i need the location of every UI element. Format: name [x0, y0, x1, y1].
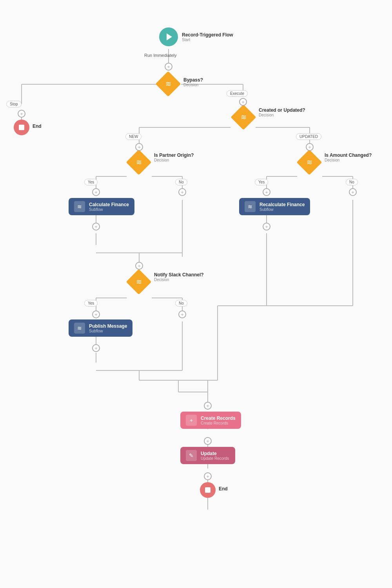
is-amount-diamond: ≋	[298, 151, 321, 174]
plus-btn-merge[interactable]: +	[204, 402, 212, 410]
end1-stop-sq	[19, 125, 24, 130]
bypass-diamond-icon: ≋	[165, 80, 171, 88]
calculate-finance-node[interactable]: ≋ Calculate Finance Subflow	[69, 198, 134, 215]
plus-btn-no3[interactable]: +	[178, 310, 186, 318]
plus-btn-execute[interactable]: +	[239, 98, 247, 106]
notify-slack-icon: ≋	[136, 278, 142, 286]
created-updated-label: Created or Updated?	[259, 107, 305, 113]
plus-btn-updated[interactable]: +	[306, 143, 314, 151]
stop-label: Stop	[6, 101, 22, 107]
update-records-node[interactable]: ✎ Update Update Records	[180, 447, 235, 464]
start-node[interactable]: Record-Triggered Flow Start	[159, 27, 178, 46]
notify-slack-node[interactable]: ≋ Notify Slack Channel? Decision	[127, 270, 150, 293]
is-partner-sublabel: Decision	[154, 158, 194, 162]
start-label: Record-Triggered Flow	[182, 32, 233, 38]
updated-label: UPDATED	[296, 133, 321, 140]
plus-btn-yes1[interactable]: +	[92, 188, 100, 196]
calculate-finance-card: ≋ Calculate Finance Subflow	[69, 198, 134, 215]
notify-yes-label: Yes	[84, 300, 98, 307]
connectors-svg	[0, 0, 392, 588]
end1-node: End	[14, 120, 29, 135]
plus-btn-no1[interactable]: +	[178, 188, 186, 196]
notify-slack-diamond: ≋	[127, 270, 150, 293]
create-records-icon: +	[186, 415, 197, 426]
plus-btn-create-update[interactable]: +	[204, 437, 212, 445]
is-partner-icon: ≋	[136, 158, 142, 167]
notify-slack-label: Notify Slack Channel?	[154, 272, 204, 278]
is-partner-diamond: ≋	[127, 151, 150, 174]
execute-label: Execute	[227, 90, 248, 97]
is-amount-label: Is Amount Changed?	[325, 152, 372, 158]
is-amount-sublabel: Decision	[325, 158, 372, 162]
update-records-text: Update Update Records	[201, 451, 229, 461]
notify-no-label: No	[175, 300, 187, 307]
recalculate-finance-icon: ≋	[245, 201, 256, 212]
end2-node: End	[200, 482, 216, 498]
publish-message-card: ≋ Publish Message Subflow	[69, 319, 132, 337]
recalculate-finance-card: ≋ Recalculate Finance Subflow	[239, 198, 310, 215]
bypass-node[interactable]: ≋ Bypass? Decision	[157, 73, 180, 95]
amount-yes-label: Yes	[255, 179, 268, 185]
is-amount-node[interactable]: ≋ Is Amount Changed? Decision	[298, 151, 321, 174]
plus-btn-no2[interactable]: +	[349, 188, 357, 196]
create-records-card: + Create Records Create Records	[180, 412, 241, 429]
bypass-diamond: ≋	[157, 73, 180, 95]
plus-btn-update-end[interactable]: +	[204, 472, 212, 480]
plus-btn-yes3[interactable]: +	[92, 310, 100, 318]
create-records-text: Create Records Create Records	[201, 416, 236, 425]
end2-circle	[200, 482, 216, 498]
plus-btn-yes2[interactable]: +	[263, 188, 270, 196]
plus-btn-publish-down[interactable]: +	[92, 344, 100, 352]
flow-canvas: Record-Triggered Flow Start Run Immediat…	[0, 0, 392, 588]
publish-message-icon: ≋	[74, 323, 85, 334]
created-updated-diamond: ≋	[232, 106, 255, 129]
end2-stop-sq	[205, 487, 211, 493]
create-records-node[interactable]: + Create Records Create Records	[180, 412, 241, 429]
end2-label: End	[219, 486, 228, 492]
update-records-card: ✎ Update Update Records	[180, 447, 235, 464]
plus-btn-1[interactable]: +	[165, 63, 172, 71]
is-partner-node[interactable]: ≋ Is Partner Origin? Decision	[127, 151, 150, 174]
start-circle	[159, 27, 178, 46]
created-updated-node[interactable]: ≋ Created or Updated? Decision	[232, 106, 255, 129]
publish-message-text: Publish Message Subflow	[89, 323, 127, 333]
update-records-icon: ✎	[186, 450, 197, 461]
partner-no-label: No	[175, 179, 187, 185]
end1-label: End	[33, 123, 42, 129]
recalculate-finance-node[interactable]: ≋ Recalculate Finance Subflow	[239, 198, 310, 215]
plus-btn-new[interactable]: +	[135, 143, 143, 151]
end1-circle	[14, 120, 29, 135]
amount-no-label: No	[346, 179, 358, 185]
created-updated-sublabel: Decision	[259, 113, 305, 117]
plus-btn-stop[interactable]: +	[18, 110, 25, 118]
calculate-finance-text: Calculate Finance Subflow	[89, 202, 129, 212]
created-updated-icon: ≋	[241, 113, 247, 122]
calculate-finance-icon: ≋	[74, 201, 85, 212]
is-partner-label: Is Partner Origin?	[154, 152, 194, 158]
bypass-sublabel: Decision	[183, 83, 203, 87]
plus-btn-recalc-down[interactable]: +	[263, 223, 270, 230]
new-label: NEW	[125, 133, 142, 140]
partner-yes-label: Yes	[84, 179, 98, 185]
bypass-label: Bypass?	[183, 77, 203, 83]
run-immediately-label: Run Immediately	[144, 53, 177, 58]
is-amount-icon: ≋	[307, 158, 312, 167]
plus-btn-calc-down[interactable]: +	[92, 223, 100, 230]
start-sublabel: Start	[182, 38, 233, 42]
notify-slack-sublabel: Decision	[154, 278, 204, 282]
publish-message-node[interactable]: ≋ Publish Message Subflow	[69, 319, 132, 337]
play-icon	[167, 33, 172, 40]
recalculate-finance-text: Recalculate Finance Subflow	[260, 202, 305, 212]
plus-btn-notify-input[interactable]: +	[135, 262, 143, 270]
